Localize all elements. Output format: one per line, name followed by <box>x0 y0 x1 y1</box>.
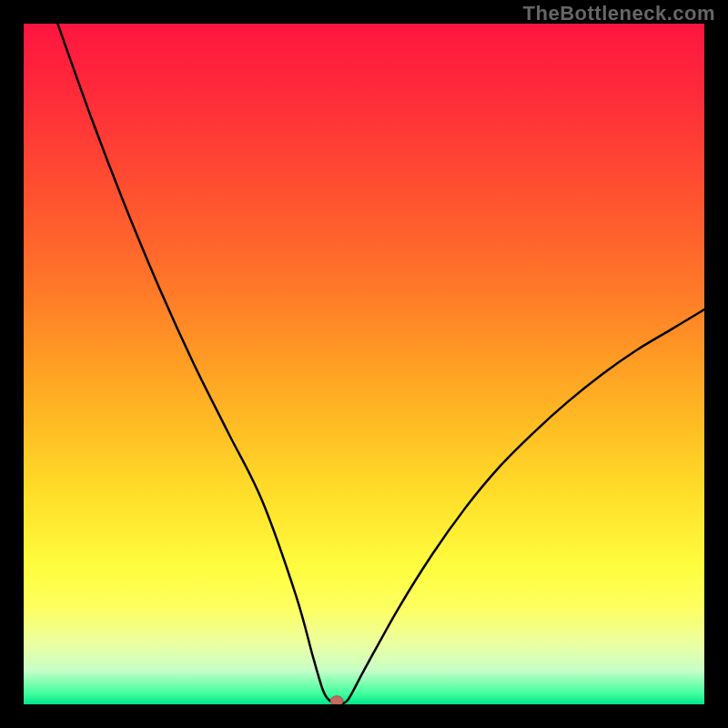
watermark-text: TheBottleneck.com <box>523 2 715 25</box>
gradient-rect <box>24 24 704 704</box>
chart-svg <box>24 24 704 704</box>
chart-frame: TheBottleneck.com <box>0 0 728 728</box>
plot-area <box>24 24 704 704</box>
minimum-marker <box>330 696 343 704</box>
